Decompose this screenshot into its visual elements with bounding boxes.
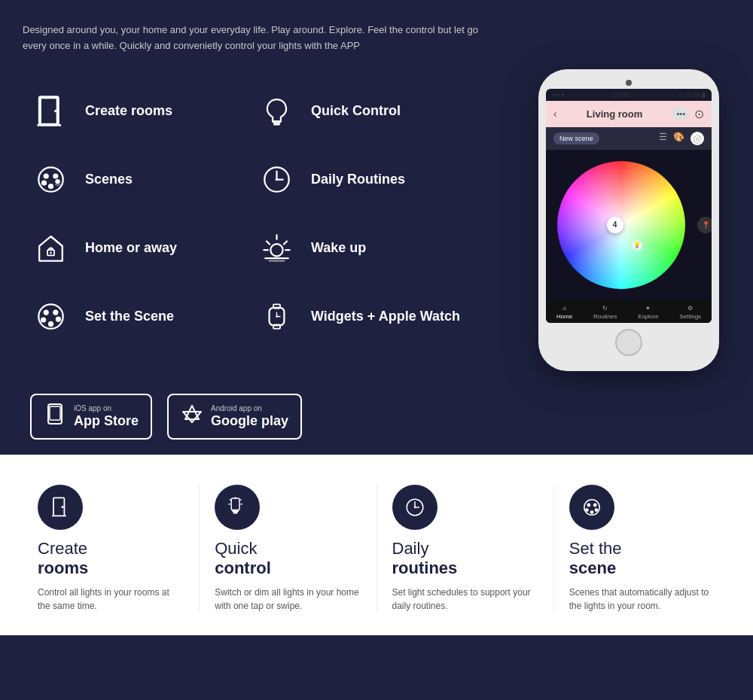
feature-scenes: Scenes (23, 145, 248, 214)
bottom-feature-quick-control: Quick control Switch or dim all lights i… (200, 485, 376, 613)
bottom-create-rooms-desc: Control all lights in your rooms at the … (38, 586, 184, 613)
bottom-section: Create rooms Control all lights in your … (0, 455, 753, 636)
feature-home-or-away-label: Home or away (85, 240, 177, 256)
phone-side-controls: 📍 (696, 154, 712, 297)
svg-point-8 (44, 173, 49, 178)
feature-widgets-apple-watch: Widgets + Apple Watch (248, 282, 474, 351)
svg-point-31 (53, 309, 58, 315)
bulb-icon (256, 90, 297, 132)
bottom-bulb-icon (215, 485, 260, 530)
android-badge[interactable]: Android app on Google play (167, 394, 302, 440)
color-pin-4: 4 (607, 217, 623, 233)
features-grid: Create rooms Quick Control (23, 77, 474, 351)
svg-point-46 (62, 505, 64, 507)
svg-point-62 (587, 503, 590, 507)
feature-set-the-scene: Set the Scene (23, 282, 248, 351)
side-control-1: 📍 (697, 217, 712, 233)
feature-widgets-apple-watch-label: Widgets + Apple Watch (311, 309, 460, 324)
new-scene-button[interactable]: New scene (553, 132, 599, 145)
svg-rect-42 (50, 406, 60, 420)
bottom-set-the-scene-desc: Scenes that automatically adjust to the … (569, 586, 715, 613)
svg-point-64 (585, 508, 589, 512)
svg-point-34 (48, 321, 53, 326)
android-badge-large-text: Google play (211, 413, 288, 430)
top-section: Designed around you, your home and your … (0, 0, 753, 455)
features-phone-row: Create rooms Quick Control (23, 77, 730, 371)
svg-point-66 (590, 510, 593, 514)
phone-battery: ⊙ 61% ▮ (678, 91, 706, 99)
color-pin-small: 💡 (632, 240, 642, 251)
bottom-quick-control-desc: Switch or dim all lights in your home wi… (215, 586, 361, 613)
feature-create-rooms: Create rooms (23, 77, 248, 145)
svg-point-40 (276, 315, 278, 318)
bottom-feature-daily-routines: Daily routines Set light schedules to su… (377, 485, 554, 613)
bottom-clock-icon (392, 485, 437, 530)
svg-point-10 (41, 180, 47, 185)
phone-right-panel: 4 💡 📍 (546, 150, 712, 300)
svg-point-65 (594, 508, 598, 512)
door-icon (30, 90, 72, 132)
feature-home-or-away: Home or away (23, 214, 248, 282)
feature-wake-up-label: Wake up (311, 240, 366, 256)
phone-app-header: ‹ Living room ••• ⊙ (546, 101, 712, 127)
watch-icon (256, 296, 297, 337)
palette2-icon (30, 296, 72, 337)
intro-text: Designed around you, your home and your … (23, 23, 505, 54)
phone-nav-settings[interactable]: ⚙ Settings (679, 305, 701, 320)
phone-camera (626, 80, 632, 86)
home-lock-icon (30, 227, 72, 269)
phone-room-title: Living room (587, 108, 642, 120)
feature-set-the-scene-label: Set the Scene (85, 309, 174, 324)
ios-icon (44, 403, 66, 431)
svg-point-21 (270, 244, 282, 256)
phone-nav-routines[interactable]: ↻ Routines (593, 305, 617, 320)
feature-scenes-label: Scenes (85, 172, 133, 187)
svg-point-30 (44, 309, 49, 315)
bottom-feature-set-the-scene: Set the scene Scenes that automatically … (554, 485, 730, 613)
phone-home-button[interactable] (615, 329, 642, 356)
feature-quick-control-label: Quick Control (311, 103, 401, 119)
color-wheel-container: 4 💡 (550, 154, 693, 297)
sunrise-icon (256, 227, 297, 269)
feature-daily-routines: Daily Routines (248, 145, 474, 214)
bottom-quick-control-title: Quick control (215, 539, 361, 579)
bottom-daily-routines-title: Daily routines (392, 539, 538, 579)
svg-point-9 (53, 173, 58, 178)
svg-line-24 (284, 241, 287, 244)
clock-icon (256, 159, 297, 200)
svg-point-32 (41, 317, 46, 322)
ios-badge[interactable]: iOS app on App Store (30, 394, 152, 440)
android-icon (181, 403, 203, 431)
svg-rect-6 (273, 123, 280, 125)
svg-rect-37 (273, 324, 280, 328)
phone-wheel-area: 4 💡 (550, 154, 693, 297)
bottom-door-icon (38, 485, 83, 530)
phone-signal: ▪▪▪ ▾ (552, 91, 565, 99)
svg-rect-50 (233, 510, 239, 511)
phone-mockup: ▪▪▪ ▾ 09:43 ⊙ 61% ▮ ‹ Living room ••• ⊙ (538, 69, 719, 371)
feature-wake-up: Wake up (248, 214, 474, 282)
svg-rect-51 (233, 512, 238, 513)
bottom-set-the-scene-title: Set the scene (569, 539, 715, 579)
android-badge-text: Android app on Google play (211, 403, 288, 430)
bottom-create-rooms-title: Create rooms (38, 539, 184, 579)
feature-daily-routines-label: Daily Routines (311, 172, 405, 187)
phone-time: 09:43 (613, 91, 630, 99)
bottom-daily-routines-desc: Set light schedules to support your dail… (392, 586, 538, 613)
phone-nav-explore[interactable]: ✦ Explore (638, 305, 658, 320)
android-badge-small-text: Android app on (211, 403, 288, 413)
svg-rect-49 (231, 498, 239, 510)
svg-rect-5 (273, 121, 281, 123)
palette-icon (30, 159, 72, 200)
svg-point-12 (48, 183, 53, 188)
svg-point-63 (593, 503, 597, 507)
phone-nav-home[interactable]: ⌂ Home (556, 305, 572, 320)
phone-mockup-container: ▪▪▪ ▾ 09:43 ⊙ 61% ▮ ‹ Living room ••• ⊙ (527, 69, 730, 371)
ios-badge-large-text: App Store (74, 413, 139, 430)
phone-header-icons: ••• ⊙ (672, 107, 704, 121)
svg-point-18 (276, 178, 279, 181)
ios-badge-text: iOS app on App Store (74, 403, 139, 430)
color-wheel: 4 💡 (557, 161, 685, 289)
svg-line-23 (267, 241, 270, 244)
svg-point-20 (50, 251, 52, 254)
